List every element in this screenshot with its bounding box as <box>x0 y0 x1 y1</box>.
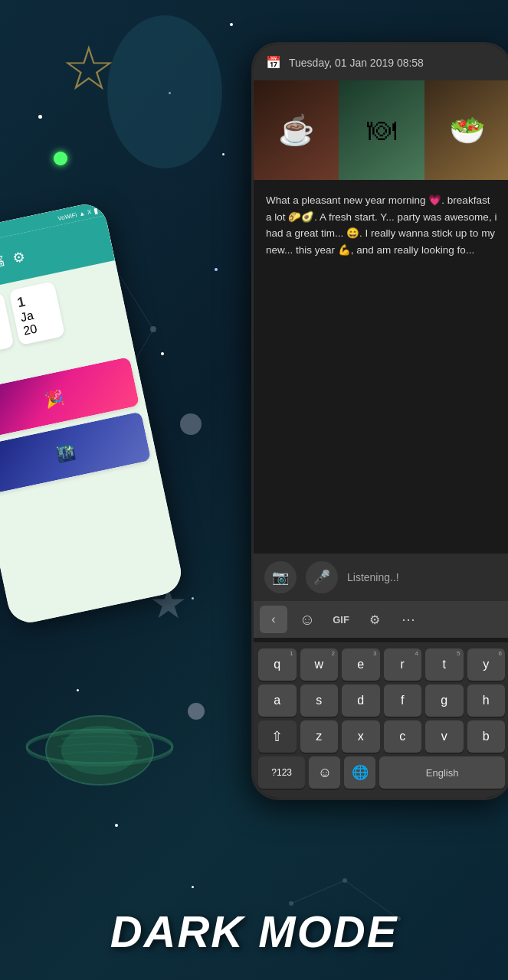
entry-card-2[interactable]: 1 Ja 20 <box>8 281 65 345</box>
photo-strip: ☕ 🍽 🥗 <box>254 80 508 180</box>
keyboard: 1q 2w 3e 4r 5t 6y a s d f g h <box>254 642 508 798</box>
keyboard-row-1: 1q 2w 3e 4r 5t 6y <box>257 648 506 681</box>
shift-key[interactable]: ⇧ <box>258 720 297 753</box>
key-a[interactable]: a <box>258 684 297 717</box>
network-label: VoWiFi <box>57 211 78 222</box>
keyboard-back-button[interactable]: ‹ <box>260 606 287 633</box>
key-q[interactable]: 1q <box>258 648 297 681</box>
emoji-key[interactable]: ☺ <box>309 756 340 789</box>
coffee-photo[interactable]: ☕ <box>254 80 339 180</box>
settings-icon[interactable]: ⚙ <box>11 248 26 267</box>
svg-point-5 <box>150 326 156 332</box>
emoji-toolbar-button[interactable]: ☺ <box>293 606 321 633</box>
key-x[interactable]: x <box>342 720 380 753</box>
calendar-icon: 📅 <box>266 55 281 70</box>
key-s[interactable]: s <box>300 684 339 717</box>
date-header-bar: 📅 Tuesday, 01 Jan 2019 08:58 <box>254 44 508 80</box>
gif-button[interactable]: GIF <box>327 606 355 633</box>
input-bar: 📷 🎤 Listening..! <box>254 554 508 601</box>
date-year: 2019 <box>0 325 5 341</box>
key-e[interactable]: 3e <box>342 648 380 681</box>
journal-content: What a pleasant new year morning 💗. brea… <box>266 194 497 256</box>
signal-icon: X <box>87 208 92 216</box>
food-photo-2[interactable]: 🥗 <box>424 80 508 180</box>
keyboard-settings-button[interactable]: ⚙ <box>361 606 388 633</box>
camera-button[interactable]: 📷 <box>264 561 297 593</box>
key-h[interactable]: h <box>467 684 506 717</box>
key-g[interactable]: g <box>425 684 464 717</box>
keyboard-more-button[interactable]: ⋯ <box>395 606 422 633</box>
svg-point-10 <box>342 878 347 883</box>
key-v[interactable]: v <box>425 720 464 753</box>
date-display: Tuesday, 01 Jan 2019 08:58 <box>289 57 424 69</box>
food-photo-1[interactable]: 🍽 <box>339 80 424 180</box>
key-d[interactable]: d <box>342 684 380 717</box>
dark-mode-label: DARK MODE <box>0 906 508 957</box>
phone-right: 📅 Tuesday, 01 Jan 2019 08:58 ☕ 🍽 🥗 What … <box>251 42 508 800</box>
space-key[interactable]: English <box>379 756 505 789</box>
input-field[interactable]: Listening..! <box>347 571 499 583</box>
numbers-key[interactable]: ?123 <box>258 756 305 789</box>
journal-text: What a pleasant new year morning 💗. brea… <box>254 180 508 554</box>
key-y[interactable]: 6y <box>467 648 506 681</box>
key-t[interactable]: 5t <box>425 648 464 681</box>
background: ☆ ★ VoWiFi <box>0 0 508 980</box>
globe-key[interactable]: 🌐 <box>344 756 375 789</box>
keyboard-toolbar: ‹ ☺ GIF ⚙ ⋯ <box>254 601 508 638</box>
keyboard-bottom-row: ?123 ☺ 🌐 English <box>257 756 506 789</box>
print-icon[interactable]: 🖨 <box>0 253 7 271</box>
key-r[interactable]: 4r <box>384 648 422 681</box>
key-z[interactable]: z <box>300 720 339 753</box>
keyboard-row-3: ⇧ z x c v b <box>257 720 506 753</box>
svg-line-7 <box>291 880 345 903</box>
key-w[interactable]: 2w <box>300 648 339 681</box>
mic-button[interactable]: 🎤 <box>306 561 338 593</box>
keyboard-row-2: a s d f g h <box>257 684 506 717</box>
key-b[interactable]: b <box>467 720 506 753</box>
key-f[interactable]: f <box>384 684 422 717</box>
key-c[interactable]: c <box>384 720 422 753</box>
wifi-icon: ▲ <box>78 209 86 217</box>
